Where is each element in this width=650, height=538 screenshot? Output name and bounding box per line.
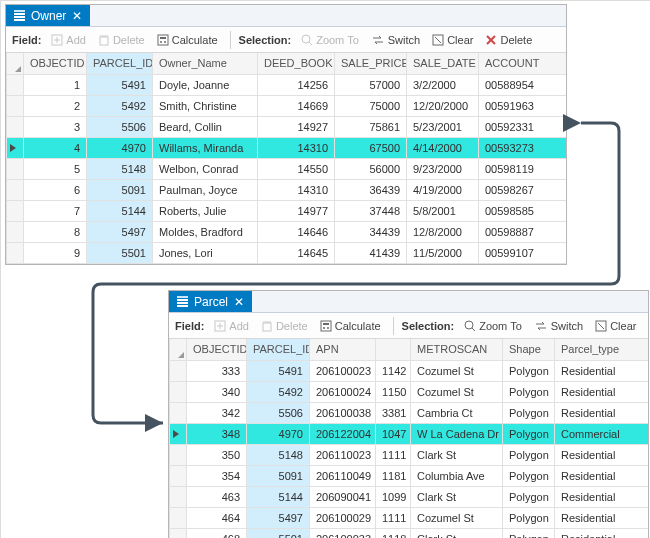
column-header[interactable]: METROSCAN — [411, 339, 503, 360]
add-field-button[interactable]: Add — [210, 318, 253, 334]
cell[interactable]: 206100033 — [310, 528, 376, 538]
cell[interactable]: W La Cadena Dr — [411, 423, 503, 444]
cell[interactable]: Residential — [555, 444, 649, 465]
table-row[interactable]: 46855012061000331118Clark StPolygonResid… — [170, 528, 649, 538]
cell[interactable]: Clark St — [411, 528, 503, 538]
cell[interactable]: 206100029 — [310, 507, 376, 528]
cell[interactable]: Residential — [555, 360, 649, 381]
tab-parcel[interactable]: Parcel ✕ — [169, 291, 252, 312]
cell[interactable]: 8 — [24, 221, 87, 242]
tab-owner[interactable]: Owner ✕ — [6, 5, 90, 26]
cell[interactable]: 4 — [24, 137, 87, 158]
cell[interactable]: 206110049 — [310, 465, 376, 486]
cell[interactable]: Commercial — [555, 423, 649, 444]
cell[interactable]: Polygon — [503, 528, 555, 538]
delete-field-button[interactable]: Delete — [94, 32, 149, 48]
cell[interactable]: 1 — [24, 74, 87, 95]
cell[interactable]: 464 — [187, 507, 247, 528]
cell[interactable]: 00598585 — [479, 200, 567, 221]
cell[interactable]: Paulman, Joyce — [153, 179, 258, 200]
column-header[interactable]: Parcel_type — [555, 339, 649, 360]
cell[interactable]: 463 — [187, 486, 247, 507]
calculate-button[interactable]: Calculate — [153, 32, 222, 48]
close-icon[interactable]: ✕ — [72, 10, 82, 22]
column-header[interactable]: PARCEL_ID — [247, 339, 310, 360]
cell[interactable]: 3381 — [376, 402, 411, 423]
cell[interactable]: 6 — [24, 179, 87, 200]
row-handle[interactable] — [170, 528, 187, 538]
cell[interactable]: 14645 — [258, 242, 335, 263]
cell[interactable]: Polygon — [503, 402, 555, 423]
cell[interactable]: 9/23/2000 — [407, 158, 479, 179]
cell[interactable]: 5148 — [247, 444, 310, 465]
cell[interactable]: 206122004 — [310, 423, 376, 444]
cell[interactable]: Jones, Lori — [153, 242, 258, 263]
cell[interactable]: 3/2/2000 — [407, 74, 479, 95]
column-header[interactable]: SALE_DATE — [407, 53, 479, 74]
add-field-button[interactable]: Add — [47, 32, 90, 48]
cell[interactable]: 00598267 — [479, 179, 567, 200]
cell[interactable]: 1150 — [376, 381, 411, 402]
cell[interactable]: 5144 — [87, 200, 153, 221]
cell[interactable]: Clark St — [411, 444, 503, 465]
table-row[interactable]: 55148Welbon, Conrad14550560009/23/200000… — [7, 158, 567, 179]
cell[interactable]: Residential — [555, 465, 649, 486]
cell[interactable]: Polygon — [503, 465, 555, 486]
owner-grid[interactable]: OBJECTIDPARCEL_IDOwner_NameDEED_BOOKSALE… — [6, 53, 566, 264]
cell[interactable]: Columbia Ave — [411, 465, 503, 486]
table-row[interactable]: 85497Moldes, Bradford146463443912/8/2000… — [7, 221, 567, 242]
table-row[interactable]: 95501Jones, Lori146454143911/5/200000599… — [7, 242, 567, 263]
table-row[interactable]: 33354912061000231142Cozumel StPolygonRes… — [170, 360, 649, 381]
cell[interactable]: 4/19/2000 — [407, 179, 479, 200]
clear-button[interactable]: Clear — [591, 318, 640, 334]
cell[interactable]: Polygon — [503, 381, 555, 402]
table-row[interactable]: 34255062061000383381Cambria CtPolygonRes… — [170, 402, 649, 423]
cell[interactable]: 206100023 — [310, 360, 376, 381]
cell[interactable]: 5491 — [87, 74, 153, 95]
switch-button[interactable]: Switch — [530, 318, 587, 334]
row-handle[interactable] — [7, 137, 24, 158]
cell[interactable]: 5148 — [87, 158, 153, 179]
cell[interactable]: 00598887 — [479, 221, 567, 242]
cell[interactable]: Willams, Miranda — [153, 137, 258, 158]
cell[interactable]: 5 — [24, 158, 87, 179]
cell[interactable]: Smith, Christine — [153, 95, 258, 116]
cell[interactable]: Cozumel St — [411, 507, 503, 528]
table-row[interactable]: 15491Doyle, Joanne14256570003/2/20000058… — [7, 74, 567, 95]
cell[interactable]: 14669 — [258, 95, 335, 116]
cell[interactable]: 5144 — [247, 486, 310, 507]
cell[interactable]: 41439 — [335, 242, 407, 263]
table-row[interactable]: 35051482061100231111Clark StPolygonResid… — [170, 444, 649, 465]
row-handle[interactable] — [170, 381, 187, 402]
cell[interactable]: 00592331 — [479, 116, 567, 137]
cell[interactable]: 7 — [24, 200, 87, 221]
cell[interactable]: 12/8/2000 — [407, 221, 479, 242]
row-handle[interactable] — [7, 116, 24, 137]
cell[interactable]: Clark St — [411, 486, 503, 507]
column-header[interactable]: Shape — [503, 339, 555, 360]
cell[interactable]: 57000 — [335, 74, 407, 95]
cell[interactable]: 34439 — [335, 221, 407, 242]
table-row[interactable]: 46454972061000291111Cozumel StPolygonRes… — [170, 507, 649, 528]
cell[interactable]: 14310 — [258, 137, 335, 158]
cell[interactable]: 5506 — [247, 402, 310, 423]
cell[interactable]: 206100024 — [310, 381, 376, 402]
table-row[interactable]: 46351442060900411099Clark StPolygonResid… — [170, 486, 649, 507]
cell[interactable]: 14310 — [258, 179, 335, 200]
column-header[interactable]: OBJECTID — [24, 53, 87, 74]
cell[interactable]: 468 — [187, 528, 247, 538]
cell[interactable]: 5501 — [87, 242, 153, 263]
cell[interactable]: Cambria Ct — [411, 402, 503, 423]
row-handle[interactable] — [170, 486, 187, 507]
table-row[interactable]: 35506Beard, Collin14927758615/23/2001005… — [7, 116, 567, 137]
cell[interactable]: 75000 — [335, 95, 407, 116]
cell[interactable]: 5091 — [87, 179, 153, 200]
cell[interactable]: 14646 — [258, 221, 335, 242]
cell[interactable]: 36439 — [335, 179, 407, 200]
cell[interactable]: Residential — [555, 528, 649, 538]
table-row[interactable]: 34054922061000241150Cozumel StPolygonRes… — [170, 381, 649, 402]
cell[interactable]: 5492 — [87, 95, 153, 116]
cell[interactable]: 00598119 — [479, 158, 567, 179]
row-handle[interactable] — [170, 507, 187, 528]
column-header[interactable]: OBJECTID — [187, 339, 247, 360]
